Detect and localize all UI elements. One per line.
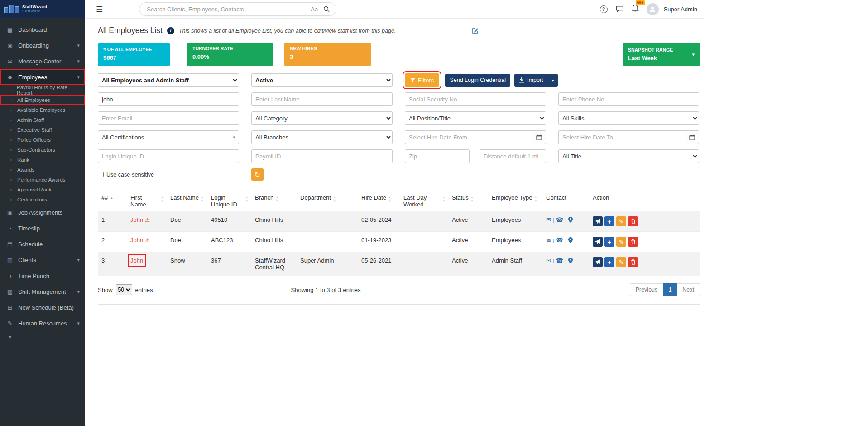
sidebar-item-clients[interactable]: ▥ Clients ▾: [0, 252, 85, 268]
header-last-day-worked[interactable]: Last Day Worked▴▾: [400, 190, 448, 211]
send-login-credential-button[interactable]: Send Login Credential: [445, 74, 510, 87]
email-icon[interactable]: ✉: [546, 237, 551, 244]
send-credential-button[interactable]: [593, 257, 603, 267]
submenu-item-rank[interactable]: ○ Rank: [0, 155, 85, 165]
status-select[interactable]: Active: [251, 73, 393, 87]
ssn-input[interactable]: [405, 92, 546, 106]
hamburger-menu-icon[interactable]: ☰: [96, 5, 103, 14]
import-button[interactable]: Import ▾: [514, 74, 557, 87]
send-credential-button[interactable]: [593, 216, 603, 226]
category-select[interactable]: All Category: [251, 111, 393, 125]
submenu-item-certifications[interactable]: ○ Certifications: [0, 195, 85, 205]
phone-icon[interactable]: ☎: [556, 257, 563, 264]
phone-icon[interactable]: ☎: [556, 216, 563, 223]
location-icon[interactable]: [568, 258, 573, 263]
import-dropdown-caret[interactable]: ▾: [548, 74, 558, 87]
sidebar-item-time-punch[interactable]: ◑ Time Punch: [0, 268, 85, 284]
header-employee-type[interactable]: Employee Type▴▾: [488, 190, 542, 211]
header-num[interactable]: ##▴: [98, 190, 127, 211]
delete-button[interactable]: [628, 216, 638, 226]
calendar-icon[interactable]: [532, 130, 546, 144]
sidebar-item-shift-management[interactable]: ▧ Shift Management ▾: [0, 284, 85, 300]
notifications-bell-icon[interactable]: 99+: [632, 4, 639, 14]
edit-button[interactable]: ✎: [616, 216, 626, 226]
email-icon[interactable]: ✉: [546, 216, 551, 223]
hire-date-from-input[interactable]: [405, 130, 532, 144]
sidebar-item-message-center[interactable]: ✉ Message Center ▾: [0, 53, 85, 69]
add-button[interactable]: +: [604, 257, 614, 267]
phone-icon[interactable]: ☎: [556, 237, 563, 244]
header-hire-date[interactable]: Hire Date▴▾: [358, 190, 400, 211]
zip-input[interactable]: [405, 149, 470, 163]
add-button[interactable]: +: [604, 237, 614, 247]
submenu-item-approval-rank[interactable]: ○ Approval Rank: [0, 185, 85, 195]
submenu-item-payroll-hours[interactable]: ○ Payroll Hours by Rate Report: [0, 85, 85, 95]
sidebar-item-onboarding[interactable]: ◉ Onboarding ▾: [0, 38, 85, 53]
delete-button[interactable]: [628, 237, 638, 247]
previous-page-button[interactable]: Previous: [630, 283, 664, 296]
calendar-icon[interactable]: [685, 130, 699, 144]
next-page-button[interactable]: Next: [677, 283, 700, 296]
header-department[interactable]: Department▴▾: [297, 190, 358, 211]
case-sensitive-checkbox[interactable]: [98, 172, 104, 177]
employee-name-link[interactable]: John: [130, 237, 143, 244]
header-first-name[interactable]: First Name▴▾: [127, 190, 167, 211]
header-login-unique-id[interactable]: Login Unique ID▴▾: [207, 190, 251, 211]
phone-input[interactable]: [558, 92, 699, 106]
avatar[interactable]: [647, 3, 659, 15]
distance-input[interactable]: [480, 149, 546, 163]
help-icon[interactable]: ?: [600, 5, 608, 13]
user-name[interactable]: Super Admin: [664, 6, 697, 13]
header-branch[interactable]: Branch▴▾: [251, 190, 297, 211]
location-icon[interactable]: [568, 237, 573, 243]
app-logo[interactable]: StaffWizard Software: [0, 0, 85, 18]
submenu-item-available-employees[interactable]: ○ Available Employees: [0, 105, 85, 115]
header-last-name[interactable]: Last Name▴▾: [167, 190, 207, 211]
last-name-input[interactable]: [251, 92, 393, 106]
first-name-input[interactable]: [98, 92, 239, 106]
chat-icon[interactable]: [615, 5, 624, 13]
employee-name-link[interactable]: John: [130, 257, 143, 264]
employee-type-select[interactable]: All Employees and Admin Staff: [98, 73, 239, 87]
sidebar-item-job-assignments[interactable]: ▣ Job Assignments: [0, 205, 85, 220]
hire-date-to-input[interactable]: [558, 130, 685, 144]
submenu-item-admin-staff[interactable]: ○ Admin Staff: [0, 115, 85, 125]
sidebar-item-timeslip[interactable]: ◔ Timeslip: [0, 220, 85, 236]
submenu-item-all-employees[interactable]: ○ All Employees: [0, 95, 85, 105]
header-status[interactable]: Status▴▾: [448, 190, 488, 211]
sidebar-item-schedule[interactable]: ▤ Schedule: [0, 236, 85, 252]
branches-select[interactable]: All Branches: [251, 130, 393, 144]
submenu-item-police-officers[interactable]: ○ Police Officers: [0, 135, 85, 145]
submenu-item-performance-awards[interactable]: ○ Performance Awards: [0, 175, 85, 185]
sidebar-item-human-resources[interactable]: ✎ Human Resources ▾: [0, 316, 85, 331]
submenu-item-executive-staff[interactable]: ○ Executive Staff: [0, 125, 85, 135]
sidebar-item-partial[interactable]: ▾: [0, 331, 85, 342]
edit-button[interactable]: ✎: [616, 257, 626, 267]
filters-button[interactable]: Filters: [405, 73, 439, 87]
skills-select[interactable]: All Skills: [558, 111, 699, 125]
search-icon[interactable]: [323, 6, 330, 12]
info-icon[interactable]: i: [167, 27, 174, 34]
edit-page-icon[interactable]: [472, 27, 479, 34]
location-icon[interactable]: [568, 217, 573, 223]
edit-button[interactable]: ✎: [616, 237, 626, 247]
delete-button[interactable]: [628, 257, 638, 267]
employee-name-link[interactable]: John: [130, 216, 143, 223]
title-select[interactable]: All Title: [558, 149, 699, 163]
payroll-id-input[interactable]: [251, 149, 393, 163]
submenu-item-awards[interactable]: ○ Awards: [0, 165, 85, 175]
snapshot-range-dropdown[interactable]: SNAPSHOT RANGE Last Week ▾: [623, 43, 700, 66]
login-unique-id-input[interactable]: [98, 149, 239, 163]
email-icon[interactable]: ✉: [546, 257, 551, 264]
certifications-multiselect[interactable]: All Certifications ▾: [98, 130, 239, 144]
sidebar-item-new-schedule-beta[interactable]: ⊞ New Schedule (Beta): [0, 300, 85, 316]
send-credential-button[interactable]: [593, 237, 603, 247]
search-input[interactable]: [146, 5, 305, 13]
submenu-item-sub-contractors[interactable]: ○ Sub-Contractors: [0, 145, 85, 155]
page-size-select[interactable]: 50: [116, 284, 132, 295]
add-button[interactable]: +: [604, 216, 614, 226]
sidebar-item-employees[interactable]: ☻ Employees ▾: [0, 69, 85, 85]
refresh-button[interactable]: ↻: [251, 168, 264, 181]
case-toggle[interactable]: Aa: [311, 6, 318, 13]
sidebar-item-dashboard[interactable]: ▦ Dashboard: [0, 22, 85, 38]
